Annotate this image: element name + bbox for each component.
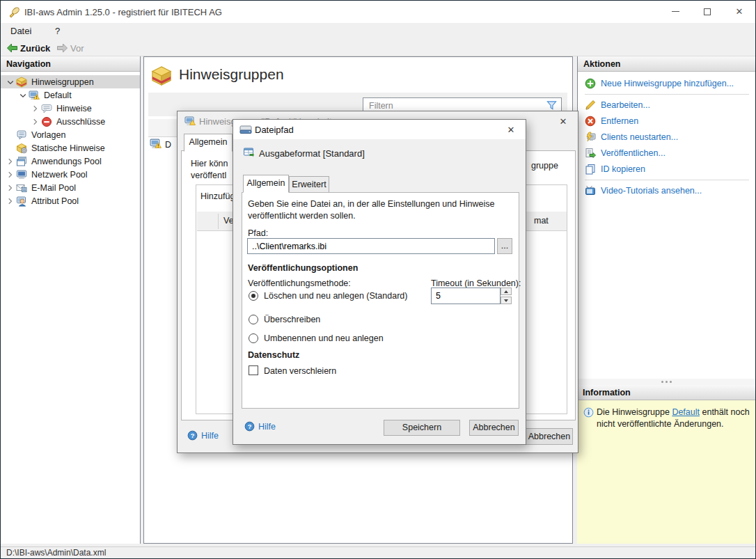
applications-icon <box>16 156 28 167</box>
separator <box>585 94 749 95</box>
back-button[interactable]: Zurück <box>20 43 50 54</box>
page-title: Hinweisgruppen <box>179 66 284 83</box>
privacy-header: Datenschutz <box>248 350 299 360</box>
action-label: Clients neustarten... <box>601 132 678 142</box>
window-title: IBI-aws Admin 1.25.0 - registriert für I… <box>24 7 222 17</box>
chevron-collapsed-icon[interactable] <box>30 116 41 127</box>
tab-erweitert[interactable]: Erweitert <box>289 176 329 193</box>
remove-circle-icon <box>585 116 597 127</box>
verschleiern-checkbox[interactable] <box>249 365 258 375</box>
close-icon: ✕ <box>736 6 743 17</box>
back-arrow-icon[interactable] <box>6 42 18 54</box>
nav-item-netzwerk-pool[interactable]: Netzwerk Pool <box>1 168 140 181</box>
timeout-input[interactable] <box>431 288 501 304</box>
action-id-kopieren[interactable]: ID kopieren <box>585 162 756 177</box>
close-icon[interactable]: ✕ <box>554 115 572 128</box>
help-link[interactable]: ? Hilfe <box>187 430 219 441</box>
filter-input[interactable] <box>363 101 546 111</box>
add-circle-icon <box>585 78 597 89</box>
monitor-warning-icon <box>29 90 40 101</box>
navigation-tree: Hinweisgruppen Default Hinweise Ausschlü… <box>1 75 140 207</box>
radio-umbenennen[interactable] <box>249 333 258 343</box>
spin-up-icon <box>504 290 508 293</box>
nav-item-ausschluesse[interactable]: Ausschlüsse <box>1 115 140 128</box>
chevron-collapsed-icon[interactable] <box>5 196 16 207</box>
chevron-expanded-icon[interactable] <box>17 90 29 101</box>
tab-allgemein[interactable]: Allgemein <box>243 175 289 193</box>
tab-allgemein[interactable]: Allgemein <box>184 134 233 152</box>
action-video-tutorials[interactable]: Video-Tutorials ansehen... <box>585 183 756 198</box>
action-bearbeiten[interactable]: Bearbeiten... <box>585 97 756 113</box>
minus-circle-icon <box>41 116 53 127</box>
nav-item-label: Statische Hinweise <box>31 143 105 153</box>
info-text-before: Die Hinweisgruppe <box>597 407 672 417</box>
options-header: Veröffentlichungsoptionen <box>248 263 358 273</box>
action-clients-neustarten[interactable]: Clients neustarten... <box>585 129 756 145</box>
nav-item-statische-hinweise[interactable]: Statische Hinweise <box>1 141 140 155</box>
maximize-button[interactable] <box>691 1 723 22</box>
cancel-button[interactable]: Abbrechen <box>469 420 519 436</box>
dialog-title: Dateipfad <box>255 125 294 135</box>
restart-clients-icon <box>585 132 597 143</box>
default-link[interactable]: Default <box>672 407 700 417</box>
actions-list: Neue Hinweisgruppe hinzufügen... Bearbei… <box>578 75 756 199</box>
radio-umbenennen-label[interactable]: Umbenennen und neu anlegen <box>264 333 384 343</box>
browse-button[interactable]: ... <box>497 238 512 254</box>
minimize-button[interactable] <box>659 1 691 22</box>
chevron-collapsed-icon[interactable] <box>5 169 16 180</box>
chevron-collapsed-icon[interactable] <box>5 156 16 167</box>
spin-down-button[interactable] <box>501 297 512 304</box>
nav-item-attribut-pool[interactable]: Attribut Pool <box>1 194 140 207</box>
filter-funnel-icon[interactable] <box>546 100 557 111</box>
menu-help[interactable]: ? <box>55 26 60 36</box>
nav-item-hinweise[interactable]: Hinweise <box>1 102 140 115</box>
help-label: Hilfe <box>201 431 219 441</box>
chevron-collapsed-icon[interactable] <box>30 103 41 114</box>
action-label: Neue Hinweisgruppe hinzufügen... <box>601 79 734 88</box>
nav-item-vorlagen[interactable]: Vorlagen <box>1 128 140 141</box>
radio-loeschen[interactable] <box>249 291 258 301</box>
nav-item-email-pool[interactable]: E-Mail Pool <box>1 181 140 194</box>
chevron-none <box>5 143 16 154</box>
path-input[interactable] <box>247 238 495 254</box>
add-fragment[interactable]: Hinzufüg <box>200 191 235 201</box>
publish-icon <box>585 148 597 159</box>
svg-text:?: ? <box>248 423 252 430</box>
save-button[interactable]: Speichern <box>384 420 460 436</box>
action-veroeffentlichen[interactable]: Veröffentlichen... <box>585 145 756 161</box>
chevron-expanded-icon[interactable] <box>5 77 16 88</box>
radio-ueberschreiben-label[interactable]: Überschreiben <box>264 315 320 324</box>
help-link[interactable]: ? Hilfe <box>244 421 276 432</box>
title-bar: IBI-aws Admin 1.25.0 - registriert für I… <box>1 1 755 23</box>
nav-item-anwendungs-pool[interactable]: Anwendungs Pool <box>1 155 140 168</box>
pencil-icon <box>585 100 597 111</box>
list-row[interactable]: D <box>165 140 171 150</box>
navigation-header: Navigation <box>1 56 140 72</box>
radio-ueberschreiben[interactable] <box>249 315 258 324</box>
nav-item-label: Vorlagen <box>31 130 65 140</box>
cancel-button[interactable]: Abbrechen <box>526 428 573 445</box>
close-icon[interactable]: ✕ <box>502 123 520 136</box>
panel-splitter[interactable] <box>577 379 756 385</box>
radio-loeschen-label[interactable]: Löschen und neu anlegen (Standard) <box>264 291 407 301</box>
nav-item-hinweisgruppen[interactable]: Hinweisgruppen <box>1 75 140 88</box>
nav-item-label: Anwendungs Pool <box>31 157 102 166</box>
verschleiern-label[interactable]: Daten verschleiern <box>264 366 336 376</box>
action-entfernen[interactable]: Entfernen <box>585 113 756 129</box>
action-add-hinweisgruppe[interactable]: Neue Hinweisgruppe hinzufügen... <box>585 76 756 91</box>
static-hinweise-icon <box>16 143 28 154</box>
app-window: IBI-aws Admin 1.25.0 - registriert für I… <box>0 0 756 559</box>
copy-icon <box>585 164 597 175</box>
timeout-label: Timeout (in Sekunden): <box>431 278 521 288</box>
status-path: D:\IBI-aws\Admin\Data.xml <box>6 548 106 558</box>
close-button[interactable]: ✕ <box>723 1 755 22</box>
menu-datei[interactable]: Datei <box>10 26 31 36</box>
column-header-fragment[interactable]: mat <box>534 216 549 226</box>
nav-item-label: Netzwerk Pool <box>31 170 88 180</box>
spin-up-button[interactable] <box>501 288 512 295</box>
nav-item-default[interactable]: Default <box>1 88 140 102</box>
nav-item-label: Default <box>44 90 72 100</box>
chevron-collapsed-icon[interactable] <box>5 182 16 194</box>
method-label: Veröffentlichungsmethode: <box>248 278 351 288</box>
help-icon: ? <box>244 421 255 432</box>
